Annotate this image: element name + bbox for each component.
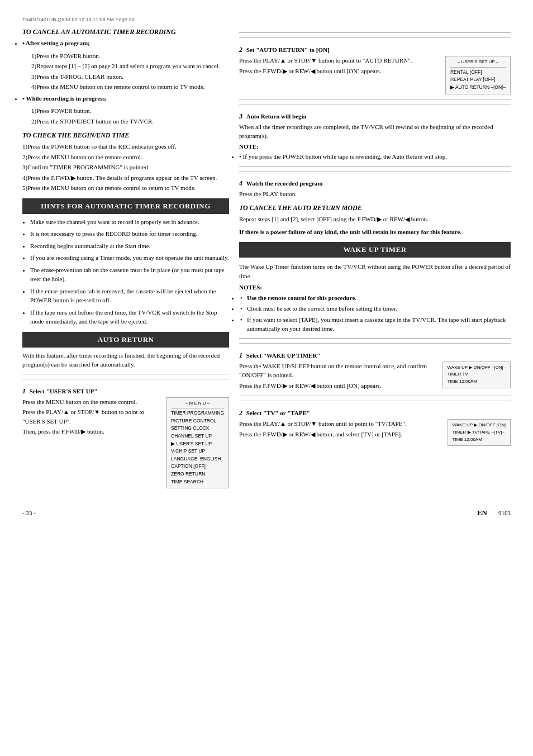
section1-steps: 1)Press the POWER button. 2)Repeat steps… [22,51,229,92]
power-failure-text: If there is a power failure of any kind,… [239,227,511,237]
wu-step2-text: Press the PLAY/▲ or STOP/▼ button until … [239,419,443,440]
wake-up-section: The Wake Up Timer function turns on the … [239,262,511,446]
step1-content: Press the MENU button on the remote cont… [22,397,229,489]
wu-display1: WAKE UP ▶ ON/OFF –|ON|– TIMER TV TIME 12… [442,362,511,388]
wu-step1-text: Press the WAKE UP/SLEEP button on the re… [239,362,438,392]
ar-step3-note-label: NOTE: [239,142,511,151]
wu-step1-block: 1 Select "WAKE UP TIMER" Press the WAKE … [239,343,511,392]
hints-bullets: Make sure the channel you want to record… [22,217,229,326]
ar-step3-header: 3 Auto Return will begin [239,112,511,121]
section2-steps: 1)Press the POWER button so that the REC… [22,142,229,193]
step1-text: Press the MENU button on the remote cont… [22,397,161,438]
wu-step1-content: Press the WAKE UP/SLEEP button on the re… [239,362,511,392]
right-column: 2 Set "AUTO RETURN" to [ON] Press the PL… [239,28,511,488]
top-label: T5401/7401UB.QX33 02.12.13 11:08 AM Page… [22,17,511,22]
wu-notes-list: Use the remote control for this procedur… [239,293,511,334]
ar-step4-block: 4 Watch the recorded program Press the P… [239,171,511,199]
hints-box-title: HINTS FOR AUTOMATIC TIMER RECORDING [22,198,229,214]
ar-step2-header: 2 Set "AUTO RETURN" to [ON] [239,46,511,54]
ar-step2-text: Press the PLAY/▲ or STOP/▼ button to poi… [239,56,441,77]
page: T5401/7401UB.QX33 02.12.13 11:08 AM Page… [0,0,533,756]
auto-return-text: With this feature, after timer recording… [22,351,229,369]
menu-box: – M E N U – TIMER PROGRAMMING PICTURE CO… [166,397,229,489]
page-num: - 23 - [22,510,36,516]
wake-up-title: WAKE UP TIMER [239,242,511,258]
wu-display2: WAKE UP ▶ ON/OFF |ON| TIMER ▶ TV/TAPE –|… [448,419,511,446]
auto-return-title: AUTO RETURN [22,332,229,348]
en-label: EN [477,508,487,517]
wu-step1-header: 1 Select "WAKE UP TIMER" [239,351,511,360]
wu-step2-block: 2 Select "TV" or "TAPE" Press the PLAY/▲… [239,401,511,446]
section1-title: TO CANCEL AN AUTOMATIC TIMER RECORDING [22,28,229,36]
step1-header: 1 Select "USER'S SET UP" [22,387,229,396]
wu-step2-content: Press the PLAY/▲ or STOP/▼ button until … [239,419,511,446]
cancel-auto-title: TO CANCEL THE AUTO RETURN MODE [239,204,511,212]
ar-step2-block: 2 Set "AUTO RETURN" to [ON] Press the PL… [239,37,511,94]
wu-step2-header: 2 Select "TV" or "TAPE" [239,409,511,417]
ar-step3-note: • If you press the POWER button while ta… [239,152,511,161]
model-num: 9103 [498,510,511,516]
section2-title: TO CHECK THE BEGIN/END TIME [22,131,229,140]
after-setting-label: • After setting a program; [22,39,229,48]
while-recording-label: • While recording is in progress; [22,94,229,103]
left-column: TO CANCEL AN AUTOMATIC TIMER RECORDING •… [22,28,229,488]
ar-step3-block: 3 Auto Return will begin When all the ti… [239,104,511,161]
wu-notes-label: NOTES: [239,283,511,292]
ar-step4-header: 4 Watch the recorded program [239,179,511,188]
bottom-bar: - 23 - EN 9103 [22,505,511,517]
while-steps: 1)Press POWER button. 2)Press the STOP/E… [22,106,229,126]
user-menu-box: – USER'S SET UP – RENTAL [OFF] REPEAT PL… [445,56,511,94]
step1-block: 1 Select "USER'S SET UP" Press the MENU … [22,379,229,489]
ar-step2-content: Press the PLAY/▲ or STOP/▼ button to poi… [239,56,511,94]
